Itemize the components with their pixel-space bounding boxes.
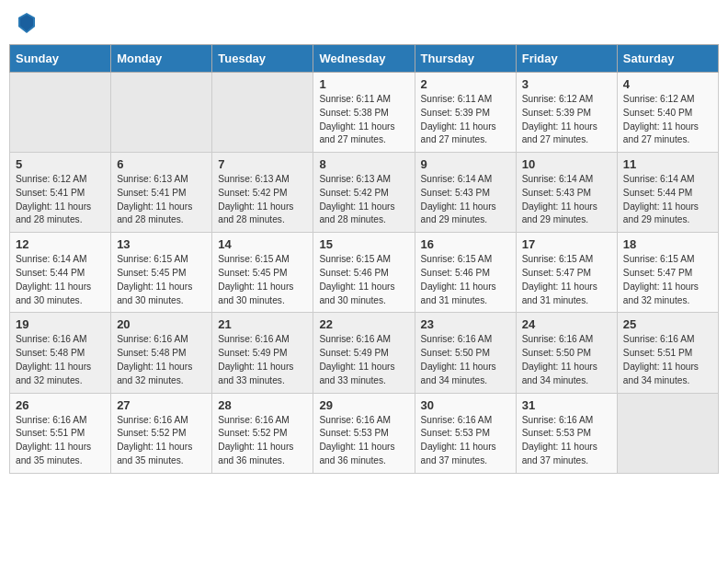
calendar-week-1: 1Sunrise: 6:11 AMSunset: 5:38 PMDaylight… (10, 73, 719, 153)
day-info: Sunrise: 6:11 AMSunset: 5:39 PMDaylight:… (421, 93, 510, 147)
day-info: Sunrise: 6:14 AMSunset: 5:44 PMDaylight:… (623, 173, 712, 227)
day-info: Sunrise: 6:16 AMSunset: 5:48 PMDaylight:… (117, 333, 206, 387)
day-number: 15 (319, 237, 408, 251)
day-info: Sunrise: 6:15 AMSunset: 5:47 PMDaylight:… (522, 253, 611, 307)
day-number: 16 (421, 237, 510, 251)
day-info: Sunrise: 6:16 AMSunset: 5:52 PMDaylight:… (218, 414, 307, 468)
logo-icon (18, 13, 35, 33)
day-number: 21 (218, 317, 307, 331)
day-info: Sunrise: 6:16 AMSunset: 5:51 PMDaylight:… (623, 333, 712, 387)
day-number: 17 (522, 237, 611, 251)
calendar-cell: 15Sunrise: 6:15 AMSunset: 5:46 PMDayligh… (313, 233, 415, 313)
calendar-cell (10, 73, 111, 153)
day-info: Sunrise: 6:16 AMSunset: 5:49 PMDaylight:… (218, 333, 307, 387)
calendar-cell: 12Sunrise: 6:14 AMSunset: 5:44 PMDayligh… (10, 233, 111, 313)
calendar-cell: 8Sunrise: 6:13 AMSunset: 5:42 PMDaylight… (313, 153, 415, 233)
day-info: Sunrise: 6:12 AMSunset: 5:41 PMDaylight:… (16, 173, 105, 227)
column-header-monday: Monday (111, 45, 212, 73)
day-number: 5 (16, 157, 105, 171)
day-number: 23 (421, 317, 510, 331)
calendar-cell: 17Sunrise: 6:15 AMSunset: 5:47 PMDayligh… (516, 233, 617, 313)
calendar-cell: 18Sunrise: 6:15 AMSunset: 5:47 PMDayligh… (617, 233, 718, 313)
column-header-friday: Friday (516, 45, 617, 73)
day-number: 19 (16, 317, 105, 331)
calendar-week-3: 12Sunrise: 6:14 AMSunset: 5:44 PMDayligh… (10, 233, 719, 313)
day-number: 11 (623, 157, 712, 171)
day-number: 25 (623, 317, 712, 331)
calendar-cell: 7Sunrise: 6:13 AMSunset: 5:42 PMDaylight… (212, 153, 313, 233)
day-number: 14 (218, 237, 307, 251)
calendar-cell: 26Sunrise: 6:16 AMSunset: 5:51 PMDayligh… (10, 393, 111, 473)
calendar-body: 1Sunrise: 6:11 AMSunset: 5:38 PMDaylight… (10, 73, 719, 474)
day-info: Sunrise: 6:13 AMSunset: 5:41 PMDaylight:… (117, 173, 206, 227)
column-header-thursday: Thursday (415, 45, 516, 73)
column-header-saturday: Saturday (617, 45, 718, 73)
day-info: Sunrise: 6:16 AMSunset: 5:50 PMDaylight:… (522, 333, 611, 387)
calendar-cell: 16Sunrise: 6:15 AMSunset: 5:46 PMDayligh… (415, 233, 516, 313)
day-number: 30 (421, 398, 510, 412)
day-info: Sunrise: 6:15 AMSunset: 5:45 PMDaylight:… (117, 253, 206, 307)
day-info: Sunrise: 6:15 AMSunset: 5:45 PMDaylight:… (218, 253, 307, 307)
day-info: Sunrise: 6:16 AMSunset: 5:51 PMDaylight:… (16, 414, 105, 468)
day-headers-row: SundayMondayTuesdayWednesdayThursdayFrid… (10, 45, 719, 73)
day-number: 13 (117, 237, 206, 251)
day-number: 2 (421, 77, 510, 91)
day-number: 22 (319, 317, 408, 331)
calendar-cell: 5Sunrise: 6:12 AMSunset: 5:41 PMDaylight… (10, 153, 111, 233)
day-info: Sunrise: 6:15 AMSunset: 5:46 PMDaylight:… (421, 253, 510, 307)
calendar-cell: 6Sunrise: 6:13 AMSunset: 5:41 PMDaylight… (111, 153, 212, 233)
calendar-cell: 23Sunrise: 6:16 AMSunset: 5:50 PMDayligh… (415, 313, 516, 393)
day-info: Sunrise: 6:16 AMSunset: 5:52 PMDaylight:… (117, 414, 206, 468)
day-info: Sunrise: 6:12 AMSunset: 5:39 PMDaylight:… (522, 93, 611, 147)
day-number: 9 (421, 157, 510, 171)
day-info: Sunrise: 6:11 AMSunset: 5:38 PMDaylight:… (319, 93, 408, 147)
day-info: Sunrise: 6:16 AMSunset: 5:50 PMDaylight:… (421, 333, 510, 387)
day-info: Sunrise: 6:16 AMSunset: 5:48 PMDaylight:… (16, 333, 105, 387)
day-number: 24 (522, 317, 611, 331)
day-number: 28 (218, 398, 307, 412)
calendar: SundayMondayTuesdayWednesdayThursdayFrid… (0, 44, 728, 483)
calendar-cell: 1Sunrise: 6:11 AMSunset: 5:38 PMDaylight… (313, 73, 415, 153)
calendar-cell: 13Sunrise: 6:15 AMSunset: 5:45 PMDayligh… (111, 233, 212, 313)
calendar-cell: 10Sunrise: 6:14 AMSunset: 5:43 PMDayligh… (516, 153, 617, 233)
day-number: 27 (117, 398, 206, 412)
calendar-week-4: 19Sunrise: 6:16 AMSunset: 5:48 PMDayligh… (10, 313, 719, 393)
day-info: Sunrise: 6:14 AMSunset: 5:43 PMDaylight:… (522, 173, 611, 227)
calendar-cell: 9Sunrise: 6:14 AMSunset: 5:43 PMDaylight… (415, 153, 516, 233)
logo (17, 13, 35, 37)
calendar-cell: 28Sunrise: 6:16 AMSunset: 5:52 PMDayligh… (212, 393, 313, 473)
calendar-cell: 27Sunrise: 6:16 AMSunset: 5:52 PMDayligh… (111, 393, 212, 473)
calendar-cell: 24Sunrise: 6:16 AMSunset: 5:50 PMDayligh… (516, 313, 617, 393)
day-number: 18 (623, 237, 712, 251)
calendar-cell: 14Sunrise: 6:15 AMSunset: 5:45 PMDayligh… (212, 233, 313, 313)
day-info: Sunrise: 6:16 AMSunset: 5:49 PMDaylight:… (319, 333, 408, 387)
calendar-cell: 25Sunrise: 6:16 AMSunset: 5:51 PMDayligh… (617, 313, 718, 393)
calendar-cell (111, 73, 212, 153)
calendar-cell: 21Sunrise: 6:16 AMSunset: 5:49 PMDayligh… (212, 313, 313, 393)
day-number: 1 (319, 77, 408, 91)
day-number: 8 (319, 157, 408, 171)
day-info: Sunrise: 6:13 AMSunset: 5:42 PMDaylight:… (319, 173, 408, 227)
day-number: 6 (117, 157, 206, 171)
column-header-tuesday: Tuesday (212, 45, 313, 73)
calendar-week-5: 26Sunrise: 6:16 AMSunset: 5:51 PMDayligh… (10, 393, 719, 473)
day-number: 4 (623, 77, 712, 91)
day-info: Sunrise: 6:14 AMSunset: 5:43 PMDaylight:… (421, 173, 510, 227)
day-number: 26 (16, 398, 105, 412)
day-info: Sunrise: 6:13 AMSunset: 5:42 PMDaylight:… (218, 173, 307, 227)
calendar-cell: 22Sunrise: 6:16 AMSunset: 5:49 PMDayligh… (313, 313, 415, 393)
day-info: Sunrise: 6:15 AMSunset: 5:47 PMDaylight:… (623, 253, 712, 307)
calendar-week-2: 5Sunrise: 6:12 AMSunset: 5:41 PMDaylight… (10, 153, 719, 233)
calendar-cell (617, 393, 718, 473)
calendar-cell: 31Sunrise: 6:16 AMSunset: 5:53 PMDayligh… (516, 393, 617, 473)
column-header-wednesday: Wednesday (313, 45, 415, 73)
calendar-table: SundayMondayTuesdayWednesdayThursdayFrid… (9, 44, 719, 474)
calendar-cell: 19Sunrise: 6:16 AMSunset: 5:48 PMDayligh… (10, 313, 111, 393)
day-number: 29 (319, 398, 408, 412)
calendar-cell: 11Sunrise: 6:14 AMSunset: 5:44 PMDayligh… (617, 153, 718, 233)
day-info: Sunrise: 6:14 AMSunset: 5:44 PMDaylight:… (16, 253, 105, 307)
day-number: 20 (117, 317, 206, 331)
calendar-cell: 3Sunrise: 6:12 AMSunset: 5:39 PMDaylight… (516, 73, 617, 153)
day-info: Sunrise: 6:16 AMSunset: 5:53 PMDaylight:… (522, 414, 611, 468)
calendar-cell: 29Sunrise: 6:16 AMSunset: 5:53 PMDayligh… (313, 393, 415, 473)
